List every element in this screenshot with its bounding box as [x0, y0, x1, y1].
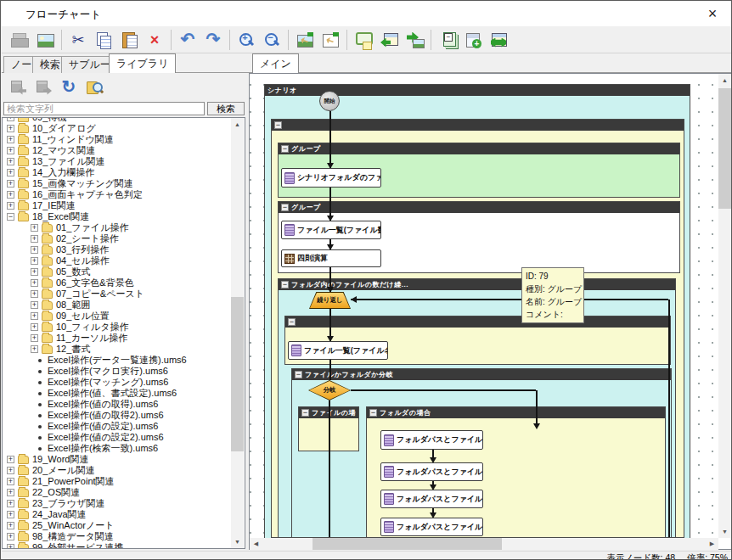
- tree-item[interactable]: +99_外部サービス連携: [3, 542, 232, 549]
- expand-icon[interactable]: +: [7, 533, 14, 540]
- export-image-button[interactable]: [403, 28, 426, 52]
- expand-icon[interactable]: +: [31, 334, 38, 342]
- collapse-icon[interactable]: −: [7, 213, 14, 221]
- save-add-icon: [465, 31, 481, 48]
- collapse-icon[interactable]: −: [288, 318, 296, 326]
- cut-button[interactable]: ✂: [66, 28, 90, 52]
- node-arithmetic[interactable]: 四則演算: [281, 249, 381, 267]
- tree-item[interactable]: +08_範囲: [3, 300, 232, 311]
- refresh-button[interactable]: ↻: [57, 76, 81, 99]
- expand-icon[interactable]: +: [7, 147, 14, 154]
- scroll-left-icon[interactable]: ◀: [250, 538, 262, 550]
- redo-icon: ↷: [205, 31, 222, 48]
- expand-icon[interactable]: +: [7, 180, 14, 188]
- folder-icon: [18, 544, 29, 550]
- image-matching-button[interactable]: [293, 28, 317, 52]
- expand-icon[interactable]: +: [31, 301, 38, 309]
- expand-icon[interactable]: +: [7, 500, 14, 507]
- expand-icon[interactable]: +: [7, 489, 14, 496]
- expand-icon[interactable]: +: [31, 312, 38, 320]
- tree-scrollbar[interactable]: ▲ ▼: [231, 118, 244, 548]
- expand-icon[interactable]: +: [7, 456, 14, 463]
- canvas-hscrollbar[interactable]: ◀ ▶: [250, 538, 718, 550]
- close-icon[interactable]: ×: [701, 3, 724, 24]
- undo-button[interactable]: ↶: [176, 28, 200, 52]
- search-button[interactable]: 検索: [207, 102, 245, 115]
- comment-button[interactable]: [352, 28, 375, 52]
- expand-icon[interactable]: +: [31, 246, 38, 254]
- paste-button[interactable]: [117, 28, 141, 52]
- redo-button[interactable]: ↷: [201, 28, 225, 52]
- expand-icon[interactable]: +: [7, 191, 14, 199]
- collapse-icon[interactable]: −: [301, 409, 309, 417]
- collapse-icon[interactable]: −: [281, 281, 289, 288]
- folder-icon: [42, 334, 53, 343]
- node-folder-path-3[interactable]: フォルダパスとファイル...: [380, 490, 483, 508]
- library-search-button[interactable]: [82, 76, 106, 99]
- tab-library[interactable]: ライブラリ: [109, 53, 176, 73]
- canvas-hscrollbar-thumb[interactable]: [313, 538, 502, 550]
- start-node[interactable]: 開始: [319, 91, 340, 111]
- collapse-icon[interactable]: −: [274, 121, 282, 129]
- expand-icon[interactable]: +: [31, 323, 38, 331]
- tree-item[interactable]: +02_シート操作: [3, 233, 232, 244]
- collapse-all-button[interactable]: [436, 28, 459, 52]
- collapse-icon[interactable]: −: [369, 409, 377, 417]
- expand-icon[interactable]: +: [7, 136, 14, 143]
- copy-button[interactable]: [92, 28, 115, 52]
- node-scenario-folder[interactable]: シナリオフォルダのファ...: [281, 168, 381, 188]
- collapse-icon[interactable]: −: [281, 204, 289, 211]
- node-folder-path-4[interactable]: フォルダパスとファイル...: [380, 518, 483, 536]
- expand-icon[interactable]: +: [7, 522, 14, 529]
- delete-button[interactable]: ×: [143, 28, 166, 52]
- node-file-list-count[interactable]: ファイル一覧(ファイル数...: [281, 221, 381, 239]
- expand-icon[interactable]: +: [7, 478, 14, 485]
- tree-item[interactable]: +07_コピー&ペースト: [3, 288, 232, 300]
- tree-item[interactable]: +04_セル操作: [3, 255, 232, 266]
- tree-scrollbar-thumb[interactable]: [231, 297, 244, 451]
- expand-icon[interactable]: +: [31, 235, 38, 243]
- expand-icon[interactable]: +: [7, 125, 14, 132]
- collapse-icon[interactable]: −: [281, 145, 289, 153]
- zoom-out-button[interactable]: [260, 28, 284, 52]
- canvas-vscrollbar[interactable]: ▲ ▼: [718, 74, 731, 538]
- expand-icon[interactable]: +: [7, 511, 14, 518]
- expand-icon[interactable]: +: [31, 257, 38, 265]
- script-node-icon: [384, 521, 394, 533]
- swap-window-button[interactable]: [487, 28, 510, 52]
- folder-icon: [18, 202, 29, 210]
- expand-icon[interactable]: +: [7, 158, 14, 165]
- node-file-list-name[interactable]: ファイル一覧(ファイル名...: [288, 341, 388, 360]
- tree-item[interactable]: +03_行列操作: [3, 244, 232, 255]
- expand-icon[interactable]: +: [7, 467, 14, 474]
- expand-icon[interactable]: +: [7, 117, 14, 121]
- node-loop[interactable]: 繰り返し: [309, 292, 351, 309]
- zoom-in-button[interactable]: [234, 28, 258, 52]
- emulation-button[interactable]: [318, 28, 342, 52]
- expand-icon[interactable]: +: [31, 224, 38, 232]
- expand-icon[interactable]: +: [31, 345, 38, 353]
- flowchart-canvas[interactable]: シナリオ − −グループ −グループ −フォルダ内のファイルの数だけ繰... −…: [250, 74, 718, 538]
- expand-icon[interactable]: +: [7, 544, 14, 549]
- collapse-icon[interactable]: −: [295, 371, 302, 378]
- expand-icon[interactable]: +: [31, 290, 38, 298]
- import-image-button[interactable]: [377, 28, 401, 52]
- scroll-down-icon[interactable]: ▼: [718, 525, 731, 538]
- tree-item[interactable]: +11_カーソル操作: [3, 333, 232, 344]
- expand-icon[interactable]: +: [31, 268, 38, 276]
- expand-icon[interactable]: +: [7, 202, 14, 210]
- node-folder-path-2[interactable]: フォルダパスとファイル...: [380, 462, 483, 481]
- node-folder-path-1[interactable]: フォルダパスとファイル...: [380, 430, 483, 450]
- save-add-button[interactable]: [461, 28, 485, 52]
- flowchart-panel: シナリオ − −グループ −グループ −フォルダ内のファイルの数だけ繰... −…: [249, 73, 732, 550]
- expand-icon[interactable]: +: [31, 279, 38, 287]
- save-image-button[interactable]: [33, 28, 57, 52]
- expand-icon[interactable]: +: [7, 169, 14, 176]
- scroll-right-icon[interactable]: ▶: [706, 538, 718, 550]
- scroll-down-icon[interactable]: ▼: [231, 535, 244, 548]
- canvas-vscrollbar-thumb[interactable]: [718, 88, 731, 209]
- scroll-up-icon[interactable]: ▲: [718, 74, 731, 87]
- tab-main[interactable]: メイン: [252, 53, 299, 73]
- search-input[interactable]: [3, 102, 205, 115]
- scroll-up-icon[interactable]: ▲: [231, 118, 244, 131]
